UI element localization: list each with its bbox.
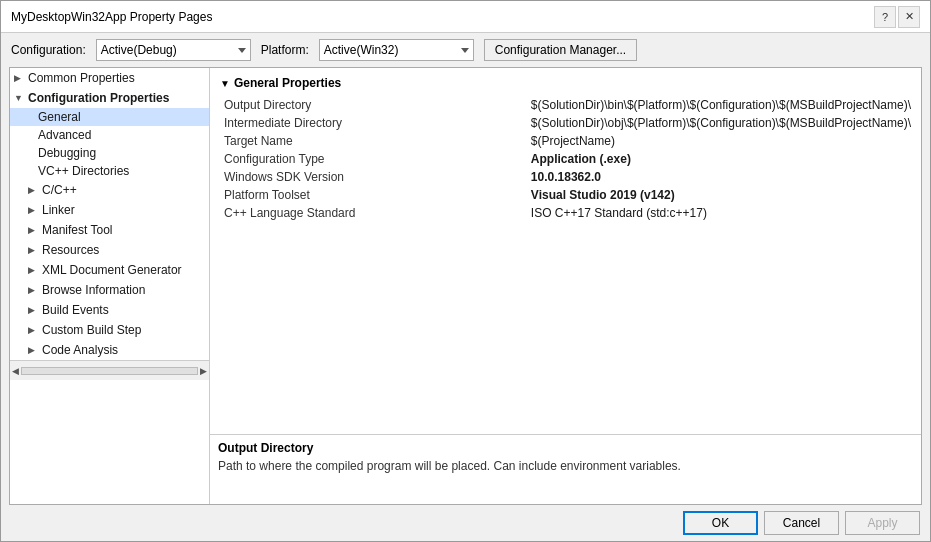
arrow-right-icon: ▶: [28, 245, 42, 255]
sidebar-item-label: Build Events: [42, 303, 109, 317]
arrow-right-icon: ▶: [28, 285, 42, 295]
apply-button[interactable]: Apply: [845, 511, 920, 535]
prop-value: $(ProjectName): [525, 132, 917, 150]
left-tree-panel: ▶ Common Properties ▼ Configuration Prop…: [10, 68, 210, 504]
sidebar-item-linker[interactable]: ▶ Linker: [10, 200, 209, 220]
property-pages-dialog: MyDesktopWin32App Property Pages ? ✕ Con…: [0, 0, 931, 542]
prop-name: Target Name: [214, 132, 525, 150]
table-row[interactable]: Intermediate Directory $(SolutionDir)\ob…: [214, 114, 917, 132]
platform-value: Active(Win32): [324, 43, 399, 57]
prop-name: C++ Language Standard: [214, 204, 525, 222]
dialog-title: MyDesktopWin32App Property Pages: [11, 10, 212, 24]
prop-value: 10.0.18362.0: [525, 168, 917, 186]
sidebar-item-label: Code Analysis: [42, 343, 118, 357]
sidebar-item-custom-build-step[interactable]: ▶ Custom Build Step: [10, 320, 209, 340]
sidebar-item-label: Common Properties: [28, 71, 135, 85]
prop-value: Application (.exe): [525, 150, 917, 168]
sidebar-item-label: Resources: [42, 243, 99, 257]
sidebar-item-general[interactable]: General: [10, 108, 209, 126]
table-row[interactable]: Output Directory $(SolutionDir)\bin\$(Pl…: [214, 96, 917, 114]
sidebar-item-resources[interactable]: ▶ Resources: [10, 240, 209, 260]
platform-dropdown[interactable]: Active(Win32): [319, 39, 474, 61]
sidebar-item-label: Advanced: [38, 128, 91, 142]
config-dropdown-arrow: [238, 48, 246, 53]
sidebar-item-label: Manifest Tool: [42, 223, 112, 237]
sidebar-item-build-events[interactable]: ▶ Build Events: [10, 300, 209, 320]
sidebar-item-label: General: [38, 110, 81, 124]
close-button[interactable]: ✕: [898, 6, 920, 28]
prop-name: Configuration Type: [214, 150, 525, 168]
sidebar-item-label: XML Document Generator: [42, 263, 182, 277]
properties-area: ▼ General Properties Output Directory $(…: [210, 68, 921, 434]
configuration-manager-button[interactable]: Configuration Manager...: [484, 39, 637, 61]
prop-value: Visual Studio 2019 (v142): [525, 186, 917, 204]
config-value: Active(Debug): [101, 43, 177, 57]
table-row[interactable]: Configuration Type Application (.exe): [214, 150, 917, 168]
prop-value: ISO C++17 Standard (std:c++17): [525, 204, 917, 222]
arrow-right-icon: ▶: [28, 225, 42, 235]
arrow-right-icon: ▶: [28, 345, 42, 355]
right-panel: ▼ General Properties Output Directory $(…: [210, 68, 921, 504]
section-title: General Properties: [234, 76, 341, 90]
prop-name: Intermediate Directory: [214, 114, 525, 132]
sidebar-item-advanced[interactable]: Advanced: [10, 126, 209, 144]
sidebar-item-common-properties[interactable]: ▶ Common Properties: [10, 68, 209, 88]
sidebar-item-manifest-tool[interactable]: ▶ Manifest Tool: [10, 220, 209, 240]
sidebar-item-label: Debugging: [38, 146, 96, 160]
title-bar-buttons: ? ✕: [874, 6, 920, 28]
table-row[interactable]: Platform Toolset Visual Studio 2019 (v14…: [214, 186, 917, 204]
title-bar: MyDesktopWin32App Property Pages ? ✕: [1, 1, 930, 33]
sidebar-item-label: VC++ Directories: [38, 164, 129, 178]
prop-value: $(SolutionDir)\obj\$(Platform)\$(Configu…: [525, 114, 917, 132]
scroll-right-btn[interactable]: ▶: [200, 366, 207, 376]
table-row[interactable]: Target Name $(ProjectName): [214, 132, 917, 150]
arrow-right-icon: ▶: [28, 265, 42, 275]
scroll-left-btn[interactable]: ◀: [12, 366, 19, 376]
config-bar: Configuration: Active(Debug) Platform: A…: [1, 33, 930, 67]
main-content: ▶ Common Properties ▼ Configuration Prop…: [9, 67, 922, 505]
sidebar-item-label: C/C++: [42, 183, 77, 197]
arrow-right-icon: ▶: [14, 73, 28, 83]
arrow-right-icon: ▶: [28, 325, 42, 335]
help-button[interactable]: ?: [874, 6, 896, 28]
bottom-bar: OK Cancel Apply: [1, 505, 930, 541]
table-row[interactable]: C++ Language Standard ISO C++17 Standard…: [214, 204, 917, 222]
section-header: ▼ General Properties: [214, 72, 917, 96]
sidebar-item-vc-directories[interactable]: VC++ Directories: [10, 162, 209, 180]
table-row[interactable]: Windows SDK Version 10.0.18362.0: [214, 168, 917, 186]
arrow-right-icon: ▶: [28, 185, 42, 195]
scroll-track[interactable]: [21, 367, 198, 375]
sidebar-item-configuration-properties[interactable]: ▼ Configuration Properties: [10, 88, 209, 108]
sidebar-item-xml-doc-gen[interactable]: ▶ XML Document Generator: [10, 260, 209, 280]
ok-button[interactable]: OK: [683, 511, 758, 535]
cancel-button[interactable]: Cancel: [764, 511, 839, 535]
description-title: Output Directory: [218, 441, 913, 455]
properties-table: Output Directory $(SolutionDir)\bin\$(Pl…: [214, 96, 917, 222]
prop-name: Platform Toolset: [214, 186, 525, 204]
description-text: Path to where the compiled program will …: [218, 459, 913, 473]
sidebar-item-cpp[interactable]: ▶ C/C++: [10, 180, 209, 200]
sidebar-item-label: Browse Information: [42, 283, 145, 297]
platform-label: Platform:: [261, 43, 309, 57]
prop-name: Output Directory: [214, 96, 525, 114]
config-label: Configuration:: [11, 43, 86, 57]
sidebar-item-label: Custom Build Step: [42, 323, 141, 337]
arrow-right-icon: ▶: [28, 305, 42, 315]
prop-value: $(SolutionDir)\bin\$(Platform)\$(Configu…: [525, 96, 917, 114]
left-panel-scrollbar[interactable]: ◀ ▶: [10, 360, 209, 380]
sidebar-item-label: Configuration Properties: [28, 91, 169, 105]
sidebar-item-browse-info[interactable]: ▶ Browse Information: [10, 280, 209, 300]
platform-dropdown-arrow: [461, 48, 469, 53]
arrow-down-icon: ▼: [14, 93, 28, 103]
configuration-dropdown[interactable]: Active(Debug): [96, 39, 251, 61]
collapse-icon: ▼: [220, 78, 230, 89]
sidebar-item-debugging[interactable]: Debugging: [10, 144, 209, 162]
sidebar-item-label: Linker: [42, 203, 75, 217]
prop-name: Windows SDK Version: [214, 168, 525, 186]
description-area: Output Directory Path to where the compi…: [210, 434, 921, 504]
arrow-right-icon: ▶: [28, 205, 42, 215]
sidebar-item-code-analysis[interactable]: ▶ Code Analysis: [10, 340, 209, 360]
